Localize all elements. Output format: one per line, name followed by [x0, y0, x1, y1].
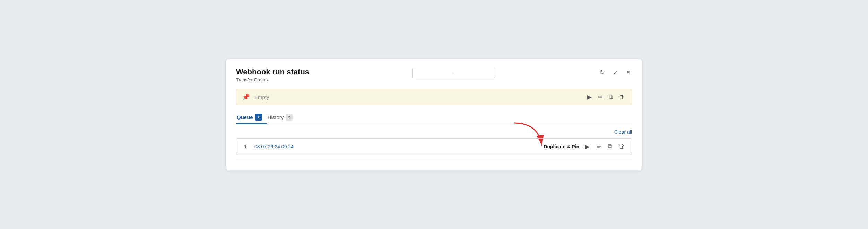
pinned-delete-button[interactable]: 🗑	[618, 93, 626, 101]
expand-button[interactable]: ⤢	[612, 68, 619, 76]
modal-subtitle: Transfer Orders	[236, 77, 309, 82]
tab-history-badge: 2	[286, 114, 293, 121]
delete-icon: 🗑	[619, 94, 625, 100]
refresh-button[interactable]: ↻	[598, 68, 606, 77]
row-edit-button[interactable]: ✏	[595, 143, 602, 151]
modal-title-section: Webhook run status Transfer Orders	[236, 68, 309, 82]
close-icon: ✕	[626, 69, 631, 76]
queue-row: 1 08:07:29 24.09.24 Duplicate & Pin ▶ ✏ …	[236, 138, 632, 155]
modal-search-input[interactable]	[412, 68, 495, 78]
row-copy-icon: ⧉	[608, 143, 612, 150]
pinned-edit-button[interactable]: ✏	[597, 93, 604, 101]
refresh-icon: ↻	[600, 68, 605, 76]
modal-header: Webhook run status Transfer Orders ↻ ⤢ ✕	[236, 68, 632, 82]
pinned-row: 📌 Empty ▶ ✏ ⧉ 🗑	[236, 89, 632, 105]
row-play-icon: ▶	[585, 143, 590, 150]
pinned-play-button[interactable]: ▶	[585, 93, 593, 102]
row-number: 1	[242, 144, 249, 149]
row-play-button[interactable]: ▶	[583, 142, 591, 151]
pinned-copy-button[interactable]: ⧉	[607, 93, 614, 101]
modal-title: Webhook run status	[236, 68, 309, 77]
pinned-label: Empty	[254, 94, 581, 100]
duplicate-pin-button[interactable]: Duplicate & Pin	[544, 144, 579, 149]
row-timestamp[interactable]: 08:07:29 24.09.24	[254, 144, 538, 149]
row-delete-button[interactable]: 🗑	[618, 143, 626, 150]
queue-controls: Clear all	[236, 129, 632, 135]
tab-queue-label: Queue	[237, 114, 253, 120]
close-button[interactable]: ✕	[625, 68, 632, 76]
tab-queue-badge: 1	[255, 114, 262, 121]
modal-header-right: ↻ ⤢ ✕	[598, 68, 632, 77]
tab-history-label: History	[268, 114, 284, 120]
modal-center	[309, 68, 598, 78]
expand-icon: ⤢	[613, 69, 618, 76]
tab-history[interactable]: History 2	[267, 111, 298, 124]
queue-rows-wrapper: 1 08:07:29 24.09.24 Duplicate & Pin ▶ ✏ …	[236, 138, 632, 155]
tabs-row: Queue 1 History 2	[236, 111, 632, 124]
modal-container: Webhook run status Transfer Orders ↻ ⤢ ✕…	[226, 59, 642, 170]
row-delete-icon: 🗑	[619, 143, 625, 150]
row-copy-button[interactable]: ⧉	[607, 142, 614, 151]
play-icon: ▶	[587, 93, 592, 101]
edit-icon: ✏	[598, 94, 602, 100]
clear-all-button[interactable]: Clear all	[614, 129, 632, 135]
pinned-row-actions: ▶ ✏ ⧉ 🗑	[585, 93, 626, 102]
pin-icon: 📌	[242, 93, 250, 101]
tab-queue[interactable]: Queue 1	[236, 111, 267, 124]
modal-footer	[236, 160, 632, 163]
row-actions: Duplicate & Pin ▶ ✏ ⧉ 🗑	[544, 142, 626, 151]
row-edit-icon: ✏	[597, 143, 601, 150]
copy-icon: ⧉	[609, 94, 613, 100]
